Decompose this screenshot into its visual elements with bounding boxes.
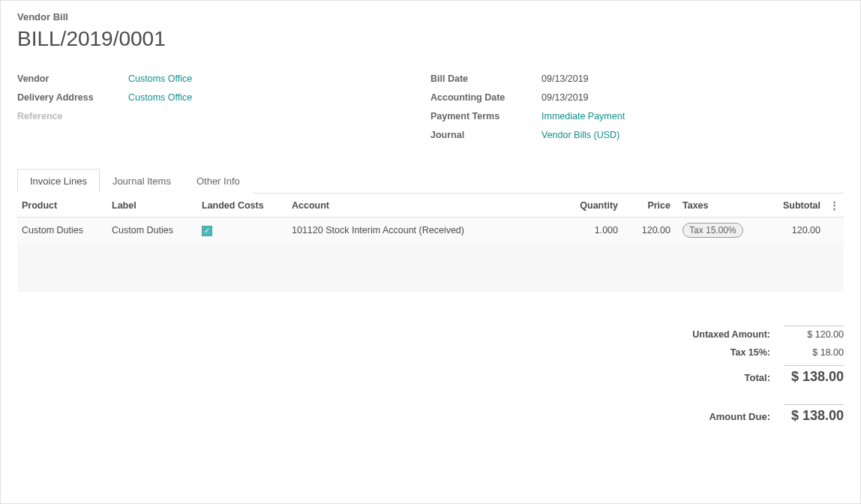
field-label-accounting-date: Accounting Date	[430, 92, 542, 103]
totals-block: Untaxed Amount: $ 120.00 Tax 15%: $ 18.0…	[671, 322, 844, 428]
table-empty-area[interactable]	[17, 243, 844, 292]
totals-amount-due: Amount Due: $ 138.00	[671, 400, 844, 428]
cell-quantity: 1.000	[555, 218, 622, 244]
field-value-journal[interactable]: Vendor Bills (USD)	[542, 130, 620, 140]
field-value-bill-date[interactable]: 09/13/2019	[542, 74, 589, 84]
field-value-vendor[interactable]: Customs Office	[128, 74, 192, 84]
tab-bar: Invoice Lines Journal Items Other Info	[17, 168, 844, 194]
field-vendor: Vendor Customs Office	[17, 72, 430, 86]
col-landed-costs: Landed Costs	[197, 194, 287, 218]
vendor-bill-form: Vendor Bill BILL/2019/0001 Vendor Custom…	[0, 0, 861, 504]
totals-untaxed: Untaxed Amount: $ 120.00	[671, 322, 844, 344]
field-value-delivery-address[interactable]: Customs Office	[128, 92, 192, 103]
header-fields: Vendor Customs Office Delivery Address C…	[17, 72, 844, 147]
doc-title: BILL/2019/0001	[17, 27, 844, 51]
totals-tax: Tax 15%: $ 18.00	[671, 344, 844, 362]
totals-tax-label: Tax 15%:	[671, 347, 784, 358]
field-label-vendor: Vendor	[17, 74, 128, 84]
totals-tax-value: $ 18.00	[784, 347, 844, 358]
tab-journal-items[interactable]: Journal Items	[100, 169, 184, 194]
field-payment-terms: Payment Terms Immediate Payment	[430, 110, 844, 123]
col-label: Label	[107, 194, 197, 218]
totals-amount-due-value: $ 138.00	[784, 404, 844, 424]
cell-label: Custom Duties	[107, 218, 197, 244]
totals-total-label: Total:	[671, 372, 784, 383]
tab-invoice-lines[interactable]: Invoice Lines	[17, 169, 100, 194]
cell-taxes: Tax 15.00%	[675, 218, 758, 244]
totals-untaxed-value: $ 120.00	[784, 326, 844, 340]
col-account: Account	[287, 194, 555, 218]
totals-amount-due-label: Amount Due:	[671, 411, 784, 422]
cell-product: Custom Duties	[17, 218, 107, 244]
check-icon: ✓	[204, 227, 210, 235]
field-journal: Journal Vendor Bills (USD)	[430, 128, 844, 142]
header-right-col: Bill Date 09/13/2019 Accounting Date 09/…	[430, 72, 844, 147]
field-reference: Reference	[17, 110, 430, 123]
doc-type-label: Vendor Bill	[17, 11, 844, 22]
field-value-accounting-date[interactable]: 09/13/2019	[542, 92, 589, 103]
totals-untaxed-label: Untaxed Amount:	[671, 329, 784, 340]
field-label-bill-date: Bill Date	[430, 74, 542, 84]
cell-price: 120.00	[622, 218, 675, 244]
field-value-payment-terms[interactable]: Immediate Payment	[542, 111, 625, 122]
cell-subtotal: 120.00	[758, 218, 825, 244]
checkbox-checked-icon[interactable]: ✓	[202, 226, 212, 236]
table-header-row: Product Label Landed Costs Account Quant…	[17, 194, 844, 218]
col-price: Price	[622, 194, 675, 218]
col-subtotal: Subtotal	[758, 194, 825, 218]
field-delivery-address: Delivery Address Customs Office	[17, 91, 430, 104]
invoice-lines-table: Product Label Landed Costs Account Quant…	[17, 194, 844, 292]
field-bill-date: Bill Date 09/13/2019	[430, 72, 844, 86]
tab-other-info[interactable]: Other Info	[184, 169, 253, 194]
totals-total-value: $ 138.00	[784, 365, 844, 385]
field-label-reference: Reference	[17, 111, 128, 122]
field-label-payment-terms: Payment Terms	[430, 111, 542, 122]
col-product: Product	[17, 194, 107, 218]
field-label-journal: Journal	[430, 130, 542, 140]
cell-landed-costs: ✓	[197, 218, 287, 244]
totals-total: Total: $ 138.00	[671, 362, 844, 388]
col-quantity: Quantity	[555, 194, 622, 218]
field-accounting-date: Accounting Date 09/13/2019	[430, 91, 844, 104]
col-options-icon[interactable]: ⋮	[825, 194, 844, 218]
vertical-dots-icon: ⋮	[830, 200, 839, 211]
col-taxes: Taxes	[675, 194, 758, 218]
table-row[interactable]: Custom Duties Custom Duties ✓ 101120 Sto…	[17, 218, 844, 244]
tax-badge[interactable]: Tax 15.00%	[682, 223, 743, 238]
cell-options	[825, 218, 844, 244]
field-label-delivery-address: Delivery Address	[17, 92, 128, 103]
header-left-col: Vendor Customs Office Delivery Address C…	[17, 72, 430, 147]
cell-account: 101120 Stock Interim Account (Received)	[287, 218, 555, 244]
